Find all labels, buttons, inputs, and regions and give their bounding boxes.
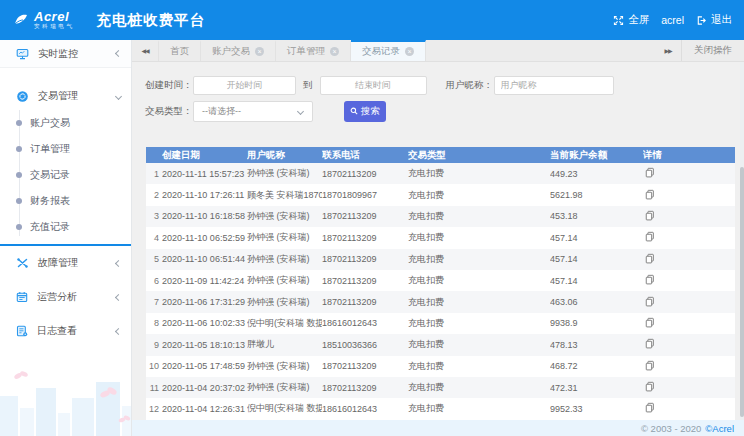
detail-copy-icon[interactable] xyxy=(645,381,655,392)
table-row: 4 2020-11-10 06:52:59 孙钟强 (安科瑞) 18702113… xyxy=(146,227,735,248)
tab-home[interactable]: 首页 xyxy=(158,40,201,61)
chevron-left-icon xyxy=(115,327,122,334)
sidebar: 实时监控 交易管理 账户交易 订单管理 交易记录 xyxy=(0,40,132,436)
log-icon xyxy=(16,325,28,337)
create-time-label: 创建时间： xyxy=(145,79,193,92)
detail-copy-icon[interactable] xyxy=(645,210,655,221)
transactions-table: 创建日期 用户昵称 联系电话 交易类型 当前账户余额 详情 1 2020-11-… xyxy=(146,147,735,420)
chevron-down-icon xyxy=(115,92,122,99)
nickname-label: 用户昵称： xyxy=(446,79,494,92)
scrollbar-thumb[interactable] xyxy=(740,167,744,417)
acrel-logo: Acrel 安科瑞电气 xyxy=(13,10,75,30)
username[interactable]: acrel xyxy=(661,14,684,26)
sidebar-item-financial-reports[interactable]: 财务报表 xyxy=(0,188,131,214)
chevron-left-icon xyxy=(115,293,122,300)
logout-icon xyxy=(696,15,707,26)
copyright-text: © 2003 - 2020 xyxy=(641,423,701,434)
brand-name: Acrel xyxy=(34,10,75,23)
sidebar-item-label: 日志查看 xyxy=(37,324,107,338)
detail-copy-icon[interactable] xyxy=(645,167,655,178)
detail-copy-icon[interactable] xyxy=(645,338,655,349)
close-icon[interactable]: × xyxy=(330,47,339,56)
transaction-type-label: 交易类型： xyxy=(145,105,193,118)
to-label: 到 xyxy=(303,79,313,92)
sidebar-item-transaction-records[interactable]: 交易记录 xyxy=(0,162,131,188)
sidebar-item-realtime-monitor[interactable]: 实时监控 xyxy=(0,40,131,68)
transaction-submenu: 账户交易 订单管理 交易记录 财务报表 充值记录 xyxy=(0,110,131,240)
fullscreen-icon xyxy=(613,15,624,26)
detail-copy-icon[interactable] xyxy=(645,317,655,328)
bullet-icon xyxy=(16,198,22,204)
sidebar-item-label: 运营分析 xyxy=(37,290,107,304)
brand-subtitle: 安科瑞电气 xyxy=(34,24,75,30)
sidebar-item-order-management[interactable]: 订单管理 xyxy=(0,136,131,162)
tabs-scroll-left-button[interactable]: ◀◀ xyxy=(132,40,158,61)
table-row: 2 2020-11-10 17:26:11 顾冬美 安科瑞1870180 187… xyxy=(146,184,735,205)
filter-panel: 创建时间： 到 用户昵称： 交易类型： --请选择-- 搜索 xyxy=(132,62,744,121)
tab-transaction-records[interactable]: 交易记录 × xyxy=(351,40,426,61)
table-header: 创建日期 用户昵称 联系电话 交易类型 当前账户余额 详情 xyxy=(146,147,735,163)
calendar-icon xyxy=(16,291,28,303)
table-row: 8 2020-11-06 10:02:33 倪中明(安科瑞 数据部)18 186… xyxy=(146,313,735,334)
detail-copy-icon[interactable] xyxy=(645,402,655,413)
chevron-left-icon xyxy=(115,259,122,266)
end-time-input[interactable] xyxy=(320,76,427,95)
sidebar-item-account-transactions[interactable]: 账户交易 xyxy=(0,110,131,136)
sidebar-item-fault-management[interactable]: 故障管理 xyxy=(0,246,131,280)
transaction-type-select[interactable]: --请选择-- xyxy=(193,101,313,122)
sidebar-item-recharge-records[interactable]: 充值记录 xyxy=(0,214,131,240)
close-icon[interactable]: × xyxy=(405,47,414,56)
tools-icon xyxy=(16,257,29,269)
page-title: 充电桩收费平台 xyxy=(97,11,206,30)
bullet-icon xyxy=(16,172,22,178)
chevron-left-icon xyxy=(115,50,122,57)
tab-account-transactions[interactable]: 账户交易 × xyxy=(201,40,276,61)
bullet-icon xyxy=(16,120,22,126)
detail-copy-icon[interactable] xyxy=(645,296,655,307)
main-content: 创建时间： 到 用户昵称： 交易类型： --请选择-- 搜索 xyxy=(132,62,744,420)
search-icon xyxy=(350,107,358,115)
sidebar-item-label: 故障管理 xyxy=(38,256,107,270)
app-window: Acrel 安科瑞电气 充电桩收费平台 全屏 acrel 退出 xyxy=(0,0,744,436)
table-row: 7 2020-11-06 17:31:29 孙钟强 (安科瑞) 18702113… xyxy=(146,291,735,312)
nickname-input[interactable] xyxy=(494,76,614,95)
bullet-icon xyxy=(16,146,22,152)
start-time-input[interactable] xyxy=(193,76,296,95)
fullscreen-button[interactable]: 全屏 xyxy=(613,13,649,27)
table-row: 10 2020-11-05 17:48:59 孙钟强 (安科瑞) 1870211… xyxy=(146,356,735,377)
monitor-icon xyxy=(16,48,29,60)
transactions-icon xyxy=(16,90,29,103)
vertical-scrollbar[interactable] xyxy=(740,62,744,420)
tab-bar: ◀◀ 首页 账户交易 × 订单管理 × 交易记录 × ▶▶ 关闭操作 xyxy=(132,40,744,62)
table-row: 1 2020-11-11 15:57:23 孙钟强 (安科瑞) 18702113… xyxy=(146,163,735,184)
detail-copy-icon[interactable] xyxy=(645,253,655,264)
search-button[interactable]: 搜索 xyxy=(344,101,386,122)
table-row: 3 2020-11-10 16:18:58 孙钟强 (安科瑞) 18702113… xyxy=(146,206,735,227)
sidebar-item-transaction-management[interactable]: 交易管理 xyxy=(0,82,131,110)
logout-button[interactable]: 退出 xyxy=(696,13,732,27)
app-header: Acrel 安科瑞电气 充电桩收费平台 全屏 acrel 退出 xyxy=(0,0,744,40)
sidebar-decoration xyxy=(0,358,131,436)
chevron-down-icon xyxy=(297,107,304,114)
sidebar-item-log-viewer[interactable]: 日志查看 xyxy=(0,314,131,348)
table-row: 6 2020-11-09 11:42:24 孙钟强 (安科瑞) 18702113… xyxy=(146,270,735,291)
detail-copy-icon[interactable] xyxy=(645,189,655,200)
bullet-icon xyxy=(16,224,22,230)
sidebar-item-operation-analysis[interactable]: 运营分析 xyxy=(0,280,131,314)
close-icon[interactable]: × xyxy=(255,47,264,56)
table-row: 5 2020-11-10 06:51:44 孙钟强 (安科瑞) 18702113… xyxy=(146,249,735,270)
tab-order-management[interactable]: 订单管理 × xyxy=(276,40,351,61)
tabs-scroll-right-button[interactable]: ▶▶ xyxy=(655,40,681,61)
table-row: 11 2020-11-04 20:37:02 孙钟强 (安科瑞) 1870211… xyxy=(146,377,735,398)
detail-copy-icon[interactable] xyxy=(645,360,655,371)
table-row: 9 2020-11-05 18:10:13 胖墩儿 18510036366 充电… xyxy=(146,334,735,355)
table-row: 12 2020-11-04 12:26:31 倪中明(安科瑞 数据部)18 18… xyxy=(146,398,735,419)
footer: © 2003 - 2020 ©Acrel xyxy=(132,420,744,436)
detail-copy-icon[interactable] xyxy=(645,231,655,242)
logo-icon xyxy=(13,13,29,27)
acrel-link[interactable]: ©Acrel xyxy=(705,423,734,434)
detail-copy-icon[interactable] xyxy=(645,274,655,285)
close-operations-button[interactable]: 关闭操作 xyxy=(681,40,744,61)
sidebar-item-label: 交易管理 xyxy=(38,89,107,103)
sidebar-item-label: 实时监控 xyxy=(38,47,107,61)
